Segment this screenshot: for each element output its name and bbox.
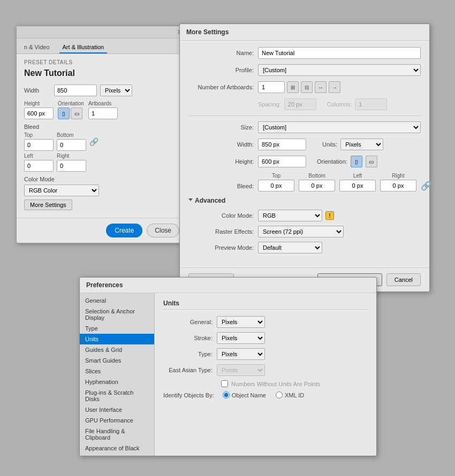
adv-color-mode-select[interactable]: RGB CMYK [258,210,322,221]
identify-xml-option[interactable]: XML ID [276,391,304,398]
ms-artboards-input[interactable] [258,81,285,93]
bleed-top-label: Top [24,132,54,138]
artboard-grid-icon1[interactable]: ⊞ [287,81,299,93]
ms-orientation-group: Orientation: ▯ ▭ [317,156,377,167]
adv-raster-select[interactable]: Screen (72 ppi) [258,226,344,237]
pref-item-smart-guides[interactable]: Smart Guides [80,355,154,366]
bleed-right-label: Right [392,173,404,179]
identify-xml-label: XML ID [285,392,304,398]
width-input[interactable] [54,85,97,96]
ms-profile-select[interactable]: [Custom] [258,64,421,76]
advanced-triangle-icon [188,198,193,203]
prefs-stroke-select[interactable]: Pixels [217,332,265,344]
pref-item-file-handling[interactable]: File Handling & Clipboard [80,426,154,443]
small-panel-footer: Create Close [17,218,187,243]
prefs-general-select[interactable]: Pixels [217,316,265,328]
small-panel-body: PRESET DETAILS New Tutorial Width Pixels… [17,54,187,218]
ms-bleed-top-input[interactable] [258,180,294,191]
ms-size-row: Size: [Custom] [188,121,421,133]
ms-bleed-section: Bleed: Top Bottom Left Right [188,173,421,191]
ms-portrait-button[interactable]: ▯ [351,156,362,167]
width-unit-select[interactable]: Pixels [100,85,132,96]
pref-item-selection[interactable]: Selection & Anchor Display [80,306,154,323]
tab-photo-video[interactable]: n & Video [21,42,53,53]
adv-raster-row: Raster Effects: Screen (72 ppi) [188,226,421,237]
units-label: Units: [322,141,337,148]
orientation-label: Orientation [58,101,84,106]
artboards-label: Artboards [88,101,118,106]
height-input[interactable] [24,108,54,119]
tab-bar: n & Video Art & Illustration [17,39,187,54]
preferences-title: Preferences [80,278,376,293]
more-settings-button[interactable]: More Settings [24,199,72,210]
ms-height-input[interactable] [258,156,306,167]
tab-art-illustration[interactable]: Art & Illustration [59,42,108,53]
pref-item-type[interactable]: Type [80,323,154,334]
artboard-add-icon[interactable]: → [329,81,340,93]
color-mode-select[interactable]: RGB Color CMYK Color [24,185,99,196]
portrait-button[interactable]: ▯ [58,108,70,119]
close-button[interactable]: Close [147,224,179,237]
orientation-buttons: ▯ ▭ [58,108,84,119]
bleed-right-item: Right [380,173,416,191]
identify-object-name-option[interactable]: Object Name [223,391,266,398]
landscape-button[interactable]: ▭ [71,108,82,119]
ms-units-select[interactable]: Pixels [340,139,383,150]
prefs-east-asian-label: East Asian Type: [163,367,217,373]
pref-item-guides-grid[interactable]: Guides & Grid [80,344,154,355]
prefs-stroke-row: Stroke: Pixels [163,332,368,344]
ms-cancel-button[interactable]: Cancel [386,273,421,286]
ms-name-input[interactable] [258,47,421,59]
pref-item-ui[interactable]: User Interface [80,404,154,415]
prefs-east-asian-select: Points [217,364,265,376]
identify-object-radio[interactable] [223,391,230,398]
pref-item-general[interactable]: General [80,295,154,306]
ms-artboards-row: Number of Artboards: ⊞ ⊟ ↔ → [188,81,421,93]
bleed-row2: Left Right [24,153,179,172]
preset-title: New Tutorial [24,68,179,78]
create-button[interactable]: Create [106,224,142,237]
ms-bleed-bottom-input[interactable] [299,180,335,191]
artboard-arrange-icon[interactable]: ↔ [315,81,327,93]
spacing-columns-row: Spacing: Columns: [188,98,421,110]
height-label: Height [24,101,54,106]
pref-item-appearance-black[interactable]: Appearance of Black [80,443,154,454]
bleed-top-item: Top [258,173,294,191]
pref-item-hyphenation[interactable]: Hyphenation [80,377,154,387]
pref-item-plugins[interactable]: Plug-ins & Scratch Disks [80,387,154,404]
bleed-bottom-label: Bottom [57,132,86,138]
prefs-general-label: General: [163,319,217,325]
preset-label: PRESET DETAILS [24,59,179,65]
ms-bleed-right-input[interactable] [380,180,416,191]
advanced-toggle[interactable]: Advanced [188,197,421,204]
bleed-bottom-input[interactable] [57,139,86,151]
bleed-top-input[interactable] [24,139,54,151]
artboard-controls: ⊞ ⊟ ↔ → [258,81,340,93]
ms-height-row: Height: Orientation: ▯ ▭ [188,156,421,167]
bleed-link-icon[interactable]: 🔗 [89,137,98,146]
ms-bleed-left-input[interactable] [339,180,376,191]
prefs-type-select[interactable]: Pixels [217,348,265,360]
bleed-right-input[interactable] [57,160,86,172]
artboards-input[interactable] [88,108,118,119]
bleed-chain-icon[interactable]: 🔗 [421,181,431,191]
width-row: Width Pixels [24,85,179,96]
columns-group: Columns: [327,98,387,110]
bleed-left-label: Left [24,153,54,159]
advanced-label: Advanced [195,197,225,204]
ms-width-label: Width: [188,141,258,148]
adv-preview-select[interactable]: Default [258,242,322,254]
pref-item-units[interactable]: Units [80,334,154,344]
spacing-input [284,98,316,110]
artboard-grid-icon2[interactable]: ⊟ [301,81,313,93]
identify-xml-radio[interactable] [276,391,283,398]
pref-item-slices[interactable]: Slices [80,366,154,377]
numbers-checkbox[interactable] [221,380,228,387]
ms-landscape-button[interactable]: ▭ [366,156,377,167]
pref-item-gpu[interactable]: GPU Performance [80,415,154,426]
ms-width-input[interactable] [258,139,306,150]
ms-size-select[interactable]: [Custom] [258,121,421,133]
bleed-left-label: Left [353,173,362,179]
bleed-left-input[interactable] [24,160,54,172]
preferences-panel: Preferences General Selection & Anchor D… [79,277,377,456]
